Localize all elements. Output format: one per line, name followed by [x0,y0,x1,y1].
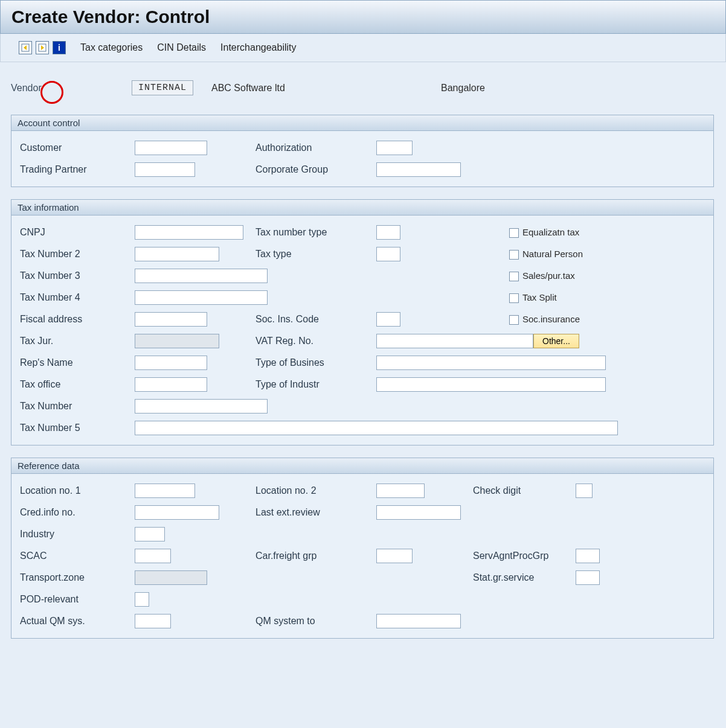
soc-ins-code-label: Soc. Ins. Code [255,314,376,325]
tax-office-input[interactable] [135,377,207,392]
check-digit-input[interactable] [576,484,593,498]
fiscal-address-input[interactable] [135,312,207,327]
natural-person-checkbox[interactable] [509,250,519,260]
sales-pur-tax-label: Sales/pur.tax [522,270,575,281]
location-no-2-input[interactable] [376,484,425,498]
car-freight-grp-label: Car.freight grp [255,551,376,561]
corporate-group-label: Corporate Group [255,164,376,175]
industry-input[interactable] [135,527,165,541]
equalizatn-tax-label: Equalizatn tax [522,227,579,237]
prev-screen-icon[interactable] [19,41,32,54]
interchangeability-link[interactable]: Interchangeability [220,42,296,53]
tax-number-type-label: Tax number type [255,227,376,238]
tax-number-label: Tax Number [20,401,135,412]
tax-number-5-label: Tax Number 5 [20,423,135,433]
titlebar: Create Vendor: Control [0,0,726,34]
industry-label: Industry [20,529,135,540]
transport-zone-input[interactable] [135,570,207,585]
other-button[interactable]: Other... [533,334,579,348]
account-control-title: Account control [11,115,713,131]
scac-label: SCAC [20,551,135,561]
location-no-1-label: Location no. 1 [20,485,135,496]
cin-details-link[interactable]: CIN Details [157,42,206,53]
tax-number-5-input[interactable] [135,421,618,435]
toolbar: i Tax categories CIN Details Interchange… [0,34,726,62]
tax-office-label: Tax office [20,379,135,390]
customer-label: Customer [20,142,135,153]
tax-information-title: Tax information [11,200,713,216]
tax-jur-label: Tax Jur. [20,336,135,346]
window: Create Vendor: Control i Tax categories … [0,0,726,657]
location-no-1-input[interactable] [135,484,195,498]
location-no-2-label: Location no. 2 [255,485,376,496]
tax-number-type-input[interactable] [376,225,400,240]
car-freight-grp-input[interactable] [376,549,413,563]
actual-qm-sys-label: Actual QM sys. [20,616,135,627]
check-digit-label: Check digit [473,485,576,496]
stat-gr-service-label: Stat.gr.service [473,572,576,583]
tax-number-2-input[interactable] [135,247,219,261]
cnpj-label: CNPJ [20,227,135,238]
vat-reg-no-label: VAT Reg. No. [255,336,376,346]
natural-person-label: Natural Person [522,249,583,259]
soc-insurance-checkbox[interactable] [509,315,519,325]
tax-number-3-label: Tax Number 3 [20,270,135,281]
actual-qm-sys-input[interactable] [135,614,171,628]
tax-split-label: Tax Split [522,292,557,302]
soc-ins-code-input[interactable] [376,312,400,327]
tax-type-input[interactable] [376,247,400,261]
info-icon[interactable]: i [53,41,66,54]
cnpj-input[interactable] [135,225,243,240]
account-control-group: Account control Customer Authorization T… [11,115,714,187]
type-of-busines-label: Type of Busines [255,357,376,368]
vendor-code: INTERNAL [132,80,193,95]
next-screen-icon[interactable] [36,41,49,54]
fiscal-address-label: Fiscal address [20,314,135,325]
cred-info-no-input[interactable] [135,505,219,520]
tax-information-group: Tax information CNPJ Tax number type Equ… [11,199,714,445]
tax-categories-link[interactable]: Tax categories [80,42,143,53]
tax-number-2-label: Tax Number 2 [20,249,135,260]
scac-input[interactable] [135,549,171,563]
tax-jur-input[interactable] [135,334,219,348]
reps-name-input[interactable] [135,356,207,370]
authorization-label: Authorization [255,142,376,153]
pod-relevant-input[interactable] [135,592,149,607]
reference-data-title: Reference data [11,458,713,474]
last-ext-review-label: Last ext.review [255,507,376,518]
serv-agnt-proc-grp-input[interactable] [576,549,600,563]
reference-data-group: Reference data Location no. 1 Location n… [11,458,714,639]
soc-insurance-label: Soc.insurance [522,314,580,324]
tax-number-3-input[interactable] [135,269,268,283]
tax-number-4-input[interactable] [135,290,268,305]
type-of-industr-label: Type of Industr [255,379,376,390]
stat-gr-service-input[interactable] [576,570,600,585]
trading-partner-input[interactable] [135,162,195,177]
type-of-industr-input[interactable] [376,377,606,392]
sales-pur-tax-checkbox[interactable] [509,272,519,281]
body: Vendor INTERNAL ABC Software ltd Bangalo… [0,62,726,657]
customer-input[interactable] [135,141,207,155]
qm-system-to-label: QM system to [255,616,376,627]
pod-relevant-label: POD-relevant [20,594,135,605]
tax-split-checkbox[interactable] [509,293,519,303]
page-title: Create Vendor: Control [11,7,715,27]
equalizatn-tax-checkbox[interactable] [509,228,519,238]
vendor-header-row: Vendor INTERNAL ABC Software ltd Bangalo… [11,72,720,109]
type-of-busines-input[interactable] [376,356,606,370]
tax-number-input[interactable] [135,399,268,413]
qm-system-to-input[interactable] [376,614,461,628]
vendor-label: Vendor [11,83,132,94]
authorization-input[interactable] [376,141,413,155]
last-ext-review-input[interactable] [376,505,461,520]
corporate-group-input[interactable] [376,162,461,177]
vendor-name: ABC Software ltd [211,83,441,94]
transport-zone-label: Transport.zone [20,572,135,583]
serv-agnt-proc-grp-label: ServAgntProcGrp [473,551,576,561]
tax-number-4-label: Tax Number 4 [20,292,135,303]
cred-info-no-label: Cred.info no. [20,507,135,518]
trading-partner-label: Trading Partner [20,164,135,175]
vat-reg-no-input[interactable] [376,334,533,348]
tax-type-label: Tax type [255,249,376,260]
reps-name-label: Rep's Name [20,357,135,368]
